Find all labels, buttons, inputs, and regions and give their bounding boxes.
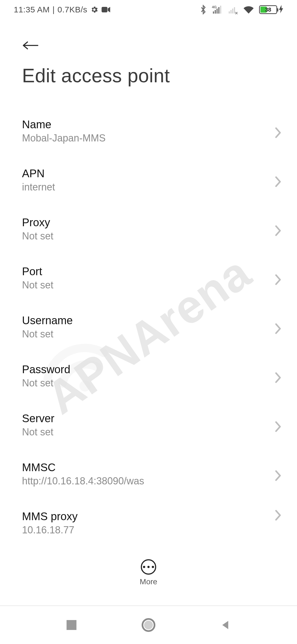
bluetooth-icon: [200, 5, 207, 15]
battery-percent: 38: [260, 6, 276, 13]
svg-rect-8: [229, 11, 230, 13]
row-label: MMSC: [22, 461, 275, 474]
svg-rect-3: [213, 12, 214, 14]
row-server[interactable]: Server Not set: [0, 404, 297, 453]
row-label: APN: [22, 167, 275, 180]
status-net-speed: 0.7KB/s: [57, 5, 87, 14]
status-bar: 11:35 AM | 0.7KB/s 4G 38: [0, 0, 297, 19]
system-nav-bar: [0, 605, 297, 644]
row-label: Username: [22, 314, 275, 327]
row-mms-proxy[interactable]: MMS proxy 10.16.18.77: [0, 502, 297, 532]
nav-back-button[interactable]: [215, 614, 237, 636]
back-button[interactable]: [22, 37, 38, 54]
row-value: Mobal-Japan-MMS: [22, 132, 275, 144]
row-value: http://10.16.18.4:38090/was: [22, 475, 275, 487]
row-label: MMS proxy: [22, 510, 275, 523]
row-port[interactable]: Port Not set: [0, 257, 297, 306]
svg-rect-4: [215, 10, 216, 13]
video-icon: [101, 6, 111, 13]
signal-4g-icon: 4G: [212, 5, 223, 14]
chevron-right-icon: [274, 225, 282, 238]
chevron-right-icon: [274, 127, 282, 140]
row-label: Port: [22, 265, 275, 278]
svg-rect-9: [230, 10, 232, 13]
chevron-right-icon: [274, 274, 282, 287]
chevron-right-icon: [274, 372, 282, 385]
more-button[interactable]: More: [0, 559, 297, 586]
square-icon: [67, 620, 76, 630]
chevron-right-icon: [274, 470, 282, 483]
svg-text:4G: 4G: [212, 5, 216, 9]
row-value: Not set: [22, 230, 275, 242]
more-label: More: [140, 577, 157, 586]
row-username[interactable]: Username Not set: [0, 306, 297, 355]
row-password[interactable]: Password Not set: [0, 355, 297, 404]
row-mmsc[interactable]: MMSC http://10.16.18.4:38090/was: [0, 453, 297, 502]
wifi-icon: [243, 5, 254, 14]
chevron-right-icon: [274, 509, 282, 522]
circle-icon: [142, 618, 155, 632]
status-separator: |: [53, 5, 55, 14]
row-proxy[interactable]: Proxy Not set: [0, 208, 297, 257]
svg-rect-10: [232, 9, 233, 13]
battery-icon: 38: [259, 5, 283, 14]
row-value: Not set: [22, 377, 275, 389]
chevron-right-icon: [274, 421, 282, 434]
gear-icon: [90, 6, 98, 14]
svg-rect-5: [216, 9, 218, 13]
svg-rect-11: [234, 7, 235, 13]
row-label: Password: [22, 363, 275, 376]
signal-nosim-icon: [228, 5, 238, 14]
more-icon: [141, 559, 156, 575]
row-value: 10.16.18.77: [22, 524, 275, 536]
nav-recent-button[interactable]: [61, 614, 82, 636]
row-value: Not set: [22, 426, 275, 438]
svg-rect-6: [218, 7, 219, 14]
chevron-right-icon: [274, 176, 282, 189]
chevron-right-icon: [274, 323, 282, 336]
nav-home-button[interactable]: [138, 614, 160, 636]
row-value: Not set: [22, 328, 275, 340]
page-title: Edit access point: [22, 65, 170, 87]
svg-rect-7: [220, 6, 221, 14]
row-value: Not set: [22, 279, 275, 291]
row-apn[interactable]: APN internet: [0, 159, 297, 208]
row-label: Name: [22, 118, 275, 131]
triangle-left-icon: [220, 620, 231, 631]
svg-rect-1: [101, 7, 107, 12]
row-value: internet: [22, 181, 275, 193]
arrow-left-icon: [22, 40, 38, 51]
row-name[interactable]: Name Mobal-Japan-MMS: [0, 110, 297, 159]
settings-list: Name Mobal-Japan-MMS APN internet Proxy …: [0, 110, 297, 542]
status-time: 11:35 AM: [14, 5, 50, 14]
row-label: Proxy: [22, 216, 275, 229]
row-label: Server: [22, 412, 275, 425]
